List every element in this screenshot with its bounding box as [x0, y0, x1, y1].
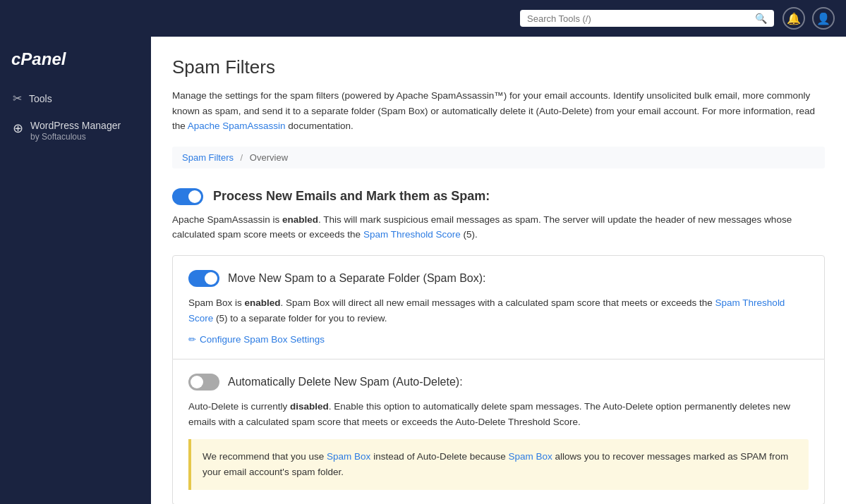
configure-spam-box-link[interactable]: ✏ Configure Spam Box Settings [188, 334, 325, 345]
breadcrumb-current: Overview [250, 152, 288, 163]
main-section-description: Apache SpamAssassin is enabled. This wil… [172, 212, 807, 242]
spam-box-desc-prefix: Spam Box is [188, 297, 245, 308]
sidebar-wp-label: WordPress Manager [30, 119, 121, 132]
page-desc-suffix: documentation. [286, 121, 353, 131]
main-desc-end: (5). [461, 229, 478, 240]
breadcrumb-parent-link[interactable]: Spam Filters [182, 152, 234, 163]
cpanel-logo: cPanel [0, 45, 151, 85]
sidebar: cPanel ✂ Tools ⊕ WordPress Manager by So… [0, 37, 151, 504]
spam-box-toggle[interactable] [188, 270, 219, 287]
main-content: Spam Filters Manage the settings for the… [151, 37, 846, 504]
warning-mid: instead of Auto-Delete because [370, 451, 508, 462]
pencil-icon: ✏ [188, 334, 196, 345]
spam-box-desc-bold: enabled [245, 297, 281, 308]
auto-delete-toggle[interactable] [188, 374, 219, 391]
sidebar-item-wordpress[interactable]: ⊕ WordPress Manager by Softaculous [0, 112, 151, 150]
spam-box-header: Move New Spam to a Separate Folder (Spam… [188, 270, 809, 287]
warning-prefix: We recommend that you use [203, 451, 327, 462]
spam-box-card: Move New Spam to a Separate Folder (Spam… [172, 255, 825, 359]
page-title: Spam Filters [172, 56, 825, 78]
notifications-icon[interactable]: 🔔 [782, 7, 805, 30]
warning-spam-box-link-1[interactable]: Spam Box [327, 451, 370, 462]
main-desc-prefix: Apache SpamAssassin is [172, 214, 282, 225]
auto-delete-desc-prefix: Auto-Delete is currently [188, 401, 290, 412]
user-icon[interactable]: 👤 [812, 7, 835, 30]
search-icon: 🔍 [755, 13, 767, 24]
spam-box-title: Move New Spam to a Separate Folder (Spam… [228, 272, 486, 285]
spamassassin-link[interactable]: Apache SpamAssassin [188, 121, 286, 131]
search-box[interactable]: 🔍 [520, 10, 774, 27]
spam-box-toggle-knob [205, 272, 217, 285]
tools-icon: ✂ [13, 92, 22, 105]
auto-delete-toggle-knob [191, 376, 203, 388]
warning-spam-box-link-2[interactable]: Spam Box [509, 451, 552, 462]
main-section-title: Process New Emails and Mark them as Spam… [213, 189, 490, 204]
wordpress-icon: ⊕ [13, 121, 23, 136]
auto-delete-description: Auto-Delete is currently disabled. Enabl… [188, 399, 809, 429]
header-icons: 🔔 👤 [782, 7, 835, 30]
spam-threshold-link-1[interactable]: Spam Threshold Score [363, 229, 461, 240]
auto-delete-card: Automatically Delete New Spam (Auto-Dele… [172, 359, 825, 504]
main-layout: cPanel ✂ Tools ⊕ WordPress Manager by So… [0, 37, 846, 504]
page-description: Manage the settings for the spam filters… [172, 88, 825, 134]
main-desc-bold: enabled [282, 214, 318, 225]
app-header: 🔍 🔔 👤 [0, 0, 846, 37]
auto-delete-header: Automatically Delete New Spam (Auto-Dele… [188, 374, 809, 391]
configure-spam-box-label: Configure Spam Box Settings [200, 334, 325, 345]
auto-delete-title: Automatically Delete New Spam (Auto-Dele… [228, 376, 463, 388]
process-emails-toggle[interactable] [172, 188, 203, 205]
sidebar-wp-sublabel: by Softaculous [30, 132, 121, 143]
breadcrumb: Spam Filters / Overview [172, 147, 825, 168]
auto-delete-warning: We recommend that you use Spam Box inste… [188, 439, 809, 489]
spam-box-desc-end: (5) to a separate folder for you to revi… [213, 313, 387, 324]
auto-delete-desc-bold: disabled [290, 401, 329, 412]
main-section-header: Process New Emails and Mark them as Spam… [172, 188, 825, 205]
spam-box-description: Spam Box is enabled. Spam Box will direc… [188, 295, 809, 326]
spam-box-desc-suffix: . Spam Box will direct all new email mes… [281, 297, 715, 308]
toggle-knob [188, 190, 201, 203]
sidebar-item-tools-label: Tools [29, 93, 52, 104]
breadcrumb-separator: / [241, 152, 243, 163]
search-input[interactable] [527, 13, 751, 24]
cards-container: Move New Spam to a Separate Folder (Spam… [172, 255, 825, 504]
sidebar-item-tools[interactable]: ✂ Tools [0, 85, 151, 112]
